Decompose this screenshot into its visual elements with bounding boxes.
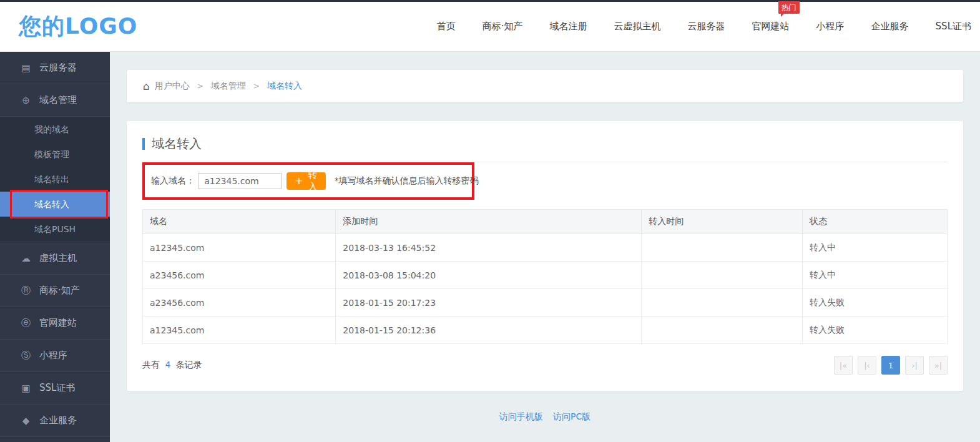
sidebar-item-domain-transfer-out[interactable]: 域名转出 — [0, 167, 110, 192]
cell-domain: a12345.com — [143, 317, 336, 344]
column-header-added-time: 添加时间 — [336, 210, 642, 234]
record-count-prefix: 共有 — [142, 360, 160, 370]
table-row: a23456.com 2018-01-15 20:17:23 转入失败 — [143, 289, 948, 317]
record-count-number: 4 — [165, 360, 170, 370]
main-nav: 首页 商标·知产 域名注册 云虚拟主机 云服务器 官网建站 热门 小程序 企业服… — [437, 21, 971, 32]
bottom-links: 访问手机版 访问PC版 — [127, 411, 963, 423]
miniprogram-icon: Ⓢ — [21, 350, 31, 361]
domain-transfer-table: 域名 添加时间 转入时间 状态 a12345.com 2018-03-13 16… — [142, 209, 948, 344]
sidebar-item-domain-push[interactable]: 域名PUSH — [0, 217, 110, 242]
nav-item-ssl[interactable]: SSL证书 — [936, 21, 971, 32]
status-badge: 转入失败 — [802, 317, 947, 344]
pagination-first-button[interactable]: |« — [834, 356, 853, 375]
nav-item-home[interactable]: 首页 — [437, 21, 456, 32]
nav-item-cloud-server[interactable]: 云服务器 — [688, 21, 725, 32]
trademark-icon: Ⓡ — [21, 285, 31, 297]
sidebar-item-template-management[interactable]: 模板管理 — [0, 142, 110, 167]
transfer-in-button-label: 转入 — [308, 169, 318, 193]
sidebar-item-label: 域名管理 — [39, 94, 77, 106]
breadcrumb-user-center[interactable]: 用户中心 — [155, 81, 190, 92]
sidebar-item-label: 官网建站 — [39, 317, 77, 329]
transfer-in-button[interactable]: + 转入 — [287, 172, 325, 190]
domain-submenu: 我的域名 模板管理 域名转出 域名转入 域名PUSH — [0, 117, 110, 242]
cell-domain: a23456.com — [143, 289, 336, 317]
nav-item-label: 官网建站 — [752, 21, 790, 32]
nav-item-website-builder[interactable]: 官网建站 热门 — [752, 21, 790, 32]
breadcrumb-domain-transfer-in[interactable]: 域名转入 — [267, 81, 302, 92]
sidebar-item-label: 小程序 — [39, 350, 67, 361]
status-badge: 转入中 — [802, 234, 947, 262]
table-header-row: 域名 添加时间 转入时间 状态 — [143, 210, 948, 234]
plus-icon: + — [295, 176, 303, 186]
title-accent-bar — [142, 138, 145, 150]
sidebar-item-virtual-host[interactable]: ☁ 虚拟主机 — [0, 242, 110, 275]
cell-transfer-time — [642, 234, 803, 262]
header: 您的LOGO 首页 商标·知产 域名注册 云虚拟主机 云服务器 官网建站 热门 … — [0, 2, 980, 52]
sidebar-item-ssl[interactable]: ▣ SSL证书 — [0, 372, 110, 405]
globe-icon: ⊕ — [21, 95, 31, 106]
domain-input-label: 输入域名 : — [151, 175, 192, 187]
sidebar-item-label: 云服务器 — [39, 62, 77, 74]
cell-added-time: 2018-03-08 15:04:20 — [336, 262, 642, 289]
sidebar-item-label: SSL证书 — [39, 382, 75, 394]
breadcrumb-separator: > — [197, 82, 203, 91]
cell-domain: a23456.com — [143, 262, 336, 289]
nav-item-miniprogram[interactable]: 小程序 — [816, 21, 845, 32]
cell-added-time: 2018-03-13 16:45:52 — [336, 234, 642, 262]
logo[interactable]: 您的LOGO — [19, 11, 137, 42]
sidebar-item-my-domains[interactable]: 我的域名 — [0, 117, 110, 142]
sidebar-item-label: 虚拟主机 — [39, 252, 77, 264]
sidebar-item-cloud-server[interactable]: ▤ 云服务器 — [0, 52, 110, 84]
nav-item-trademark[interactable]: 商标·知产 — [483, 21, 523, 32]
pagination-next-button[interactable]: ›| — [905, 356, 924, 375]
sidebar-item-website-builder[interactable]: ⓔ 官网建站 — [0, 307, 110, 340]
cell-added-time: 2018-01-15 20:17:23 — [336, 289, 642, 317]
nav-item-cloud-virtual-host[interactable]: 云虚拟主机 — [614, 21, 661, 32]
content-area: ⌂ 用户中心 > 域名管理 > 域名转入 域名转入 输入域名 : + 转入 *填… — [110, 52, 980, 442]
sidebar-item-enterprise-service[interactable]: ◆ 企业服务 — [0, 405, 110, 437]
column-header-domain: 域名 — [143, 210, 336, 234]
ssl-icon: ▣ — [21, 383, 31, 394]
pagination-last-button[interactable]: »| — [929, 356, 948, 375]
domain-input[interactable] — [198, 173, 282, 189]
cell-domain: a12345.com — [143, 234, 336, 262]
sidebar-item-miniprogram[interactable]: Ⓢ 小程序 — [0, 340, 110, 372]
home-icon[interactable]: ⌂ — [143, 80, 150, 92]
breadcrumb: ⌂ 用户中心 > 域名管理 > 域名转入 — [127, 70, 963, 102]
domain-transfer-panel: 域名转入 输入域名 : + 转入 *填写域名并确认信息后输入转移密码 域名 添加… — [127, 121, 963, 391]
nav-item-enterprise-service[interactable]: 企业服务 — [871, 21, 909, 32]
mobile-version-link[interactable]: 访问手机版 — [499, 411, 543, 421]
cell-transfer-time — [642, 262, 803, 289]
cell-added-time: 2018-01-15 20:12:36 — [336, 317, 642, 344]
breadcrumb-separator: > — [253, 82, 260, 91]
sidebar-item-domain-transfer-in[interactable]: 域名转入 — [0, 192, 110, 217]
pc-version-link[interactable]: 访问PC版 — [553, 411, 590, 421]
column-header-status: 状态 — [802, 210, 947, 234]
sidebar-item-trademark[interactable]: Ⓡ 商标·知产 — [0, 275, 110, 307]
pagination-page-1-button[interactable]: 1 — [881, 356, 900, 375]
cell-transfer-time — [642, 317, 803, 344]
page-title: 域名转入 — [152, 135, 202, 152]
nav-item-domain-register[interactable]: 域名注册 — [550, 21, 587, 32]
status-badge: 转入失败 — [802, 289, 947, 317]
pagination-prev-button[interactable]: |‹ — [858, 356, 876, 375]
record-count-suffix: 条记录 — [176, 360, 202, 370]
input-note: *填写域名并确认信息后输入转移密码 — [335, 175, 479, 187]
annotation-box: 输入域名 : + 转入 *填写域名并确认信息后输入转移密码 — [142, 162, 474, 200]
table-row: a12345.com 2018-01-15 20:12:36 转入失败 — [143, 317, 948, 344]
website-icon: ⓔ — [21, 317, 31, 329]
record-count: 共有 4 条记录 — [142, 360, 202, 371]
status-badge: 转入中 — [802, 262, 947, 289]
table-row: a23456.com 2018-03-08 15:04:20 转入中 — [143, 262, 948, 289]
hot-badge: 热门 — [778, 1, 800, 14]
sidebar-item-domain-management[interactable]: ⊕ 域名管理 — [0, 84, 110, 117]
sidebar-item-label: 域名转入 — [34, 199, 69, 209]
cell-transfer-time — [642, 289, 803, 317]
server-icon: ▤ — [21, 62, 31, 74]
cloud-icon: ☁ — [21, 253, 31, 264]
pagination: |« |‹ 1 ›| »| — [834, 356, 948, 375]
sidebar-item-label: 企业服务 — [39, 415, 77, 426]
enterprise-icon: ◆ — [21, 415, 31, 426]
sidebar: ▤ 云服务器 ⊕ 域名管理 我的域名 模板管理 域名转出 域名转入 域名PUSH… — [0, 52, 110, 442]
breadcrumb-domain-management[interactable]: 域名管理 — [211, 81, 246, 92]
